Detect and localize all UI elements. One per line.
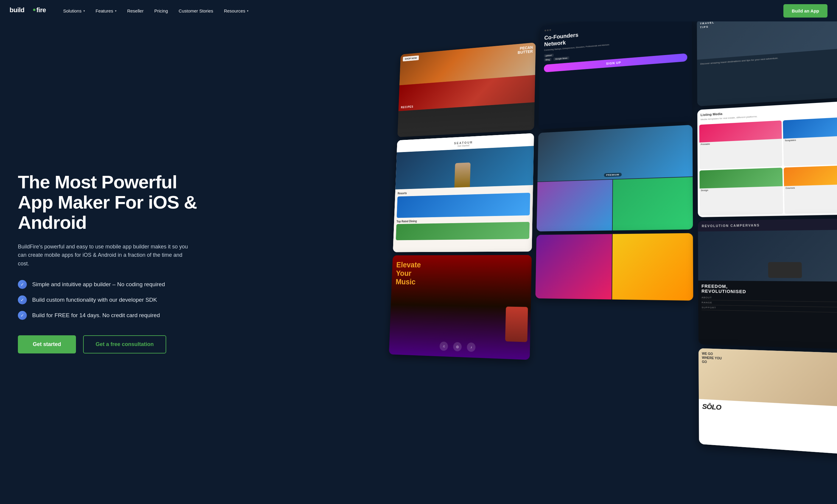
listing-item-3: Design <box>700 168 783 216</box>
network-inner: Co-FoundersNetwork Connecting Startups, … <box>538 21 693 130</box>
get-consultation-button[interactable]: Get a free consultation <box>83 335 166 353</box>
film-app-mockup <box>535 233 693 300</box>
listing-image-2 <box>783 116 837 139</box>
music-icons: ♫ ◎ ♪ <box>440 341 476 352</box>
van-content: FREEDOM,REVOLUTIONISED ABOUT RANGE SUPPO… <box>698 281 837 350</box>
check-icon-2: ✓ <box>18 295 27 304</box>
features-list: ✓ Simple and intuitive app builder – No … <box>18 280 214 320</box>
nav-links: Solutions ▾ Features ▾ Reseller Pricing … <box>63 8 783 13</box>
feature-item-3: ✓ Build for FREE for 14 days. No credit … <box>18 311 214 320</box>
recipes-badge: RECIPES <box>401 105 413 109</box>
travel-tips-mockup: TRAVELTIPS Discover amazing travel desti… <box>697 21 837 106</box>
film-inner <box>535 233 693 300</box>
bing-logo: Bing <box>544 58 551 61</box>
mockup-column-2: Co-FoundersNetwork Connecting Startups, … <box>535 21 693 300</box>
listing-item-1: Printable <box>699 120 783 169</box>
app-mockups: SHOP NOW PECANBUTTER RECIPES SEATOUR Get… <box>383 21 837 504</box>
listing-image-3 <box>700 168 783 188</box>
yahoo-logo: yahoo! <box>544 54 553 57</box>
shop-now-badge: SHOP NOW <box>403 55 419 61</box>
listing-inner: Listing Media Media templates for real e… <box>697 100 837 217</box>
feature-item-2: ✓ Build custom functionality with our de… <box>18 295 214 304</box>
solo-inner: WE GOWHERE YOUGO SŌLO <box>699 348 837 457</box>
logo-text: build fire <box>10 5 51 16</box>
van-inner: REVOLUTION CAMPERVANS FREEDOM,REVOLUTION… <box>698 218 837 350</box>
music-icon-3: ♪ <box>467 342 476 352</box>
nav-pricing[interactable]: Pricing <box>154 8 168 13</box>
revolution-text: FREEDOM,REVOLUTIONISED <box>701 284 837 296</box>
listing-app-mockup: Listing Media Media templates for real e… <box>697 100 837 217</box>
chevron-down-icon: ▾ <box>247 9 248 13</box>
svg-text:fire: fire <box>36 6 46 14</box>
nav-customer-stories[interactable]: Customer Stories <box>179 8 213 13</box>
hero-content: The Most Powerful App Maker For iOS & An… <box>18 172 226 353</box>
network-app-mockup: Co-FoundersNetwork Connecting Startups, … <box>538 21 693 130</box>
navigation: build fire Solutions ▾ Features ▾ Resell… <box>0 0 837 21</box>
nav-features[interactable]: Features ▾ <box>95 8 117 13</box>
person-top-image: PREMIUM <box>537 125 693 182</box>
van-support-tag: SUPPORT <box>702 306 837 313</box>
svg-text:build: build <box>10 6 24 14</box>
premium-badge: PREMIUM <box>604 172 622 177</box>
music-inner: ElevateYourMusic ♫ ◎ ♪ <box>389 255 532 360</box>
google-news-logo: Google News <box>554 57 569 61</box>
solo-content: SŌLO <box>699 399 837 457</box>
get-started-button[interactable]: Get started <box>18 335 76 353</box>
nav-solutions[interactable]: Solutions ▾ <box>63 8 85 13</box>
travel-hero-image <box>395 146 533 189</box>
hero-subtitle: BuildFire's powerful and easy to use mob… <box>18 242 191 268</box>
tips-inner: TRAVELTIPS Discover amazing travel desti… <box>697 21 837 106</box>
check-icon-1: ✓ <box>18 280 27 289</box>
listing-image-4 <box>784 164 837 186</box>
travel-app-mockup: SEATOUR Get Started Resorts Top Rated Di… <box>393 133 534 252</box>
campervan-app-mockup: REVOLUTION CAMPERVANS FREEDOM,REVOLUTION… <box>698 218 837 350</box>
van-brand: REVOLUTION CAMPERVANS <box>702 224 760 228</box>
travel-inner: SEATOUR Get Started Resorts Top Rated Di… <box>393 133 534 252</box>
pecan-butter-label: PECANBUTTER <box>518 45 533 55</box>
person-bottom-right <box>613 177 693 230</box>
van-hero-image <box>698 229 837 282</box>
solo-hero-image: WE GOWHERE YOUGO <box>699 348 837 408</box>
mockup-column-1: SHOP NOW PECANBUTTER RECIPES SEATOUR Get… <box>389 42 536 360</box>
solo-app-mockup: WE GOWHERE YOUGO SŌLO <box>699 348 837 457</box>
premium-app-mockup: PREMIUM <box>536 125 693 231</box>
music-app-mockup: ElevateYourMusic ♫ ◎ ♪ <box>389 255 532 360</box>
listing-item-4: Courses <box>784 164 837 213</box>
logo-link[interactable]: build fire <box>10 5 51 16</box>
nav-resources[interactable]: Resources ▾ <box>224 8 249 13</box>
music-title: ElevateYourMusic <box>395 261 421 286</box>
person-bottom-row <box>536 177 693 231</box>
van-nav-tags: ABOUT RANGE SUPPORT <box>701 296 837 313</box>
chevron-down-icon: ▾ <box>84 9 85 13</box>
resort-image <box>397 193 530 218</box>
music-icon-2: ◎ <box>453 342 462 351</box>
check-icon-3: ✓ <box>18 311 27 320</box>
travel-content: Resorts Top Rated Dining <box>393 185 533 252</box>
film-cell-left <box>535 234 612 300</box>
premium-inner: PREMIUM <box>536 125 693 231</box>
people-collage: PREMIUM <box>536 125 693 231</box>
van-header: REVOLUTION CAMPERVANS <box>698 218 837 231</box>
dining-image <box>396 222 530 240</box>
hero-title: The Most Powerful App Maker For iOS & An… <box>18 172 214 233</box>
we-go-text: WE GOWHERE YOUGO <box>702 351 722 365</box>
mockup-column-3: TRAVELTIPS Discover amazing travel desti… <box>697 21 837 457</box>
feature-item-1: ✓ Simple and intuitive app builder – No … <box>18 280 214 289</box>
travel-tips-label: TRAVELTIPS <box>700 21 715 29</box>
svg-point-1 <box>33 8 35 11</box>
chevron-down-icon: ▾ <box>115 9 117 13</box>
traveler-image <box>455 163 470 187</box>
van-image <box>768 262 802 278</box>
food-app-mockup: SHOP NOW PECANBUTTER RECIPES <box>397 42 536 137</box>
film-cell-right <box>612 233 693 300</box>
person-bottom-left <box>536 180 612 231</box>
music-performer-image <box>505 306 528 342</box>
music-icon-1: ♫ <box>440 341 448 351</box>
hero-buttons: Get started Get a free consultation <box>18 335 214 353</box>
listing-grid: Printable Templates Design Courses <box>698 114 837 218</box>
hero-section: The Most Powerful App Maker For iOS & An… <box>0 21 837 504</box>
build-app-button[interactable]: Build an App <box>783 4 827 18</box>
listing-item-2: Templates <box>783 116 837 166</box>
nav-reseller[interactable]: Reseller <box>127 8 144 13</box>
